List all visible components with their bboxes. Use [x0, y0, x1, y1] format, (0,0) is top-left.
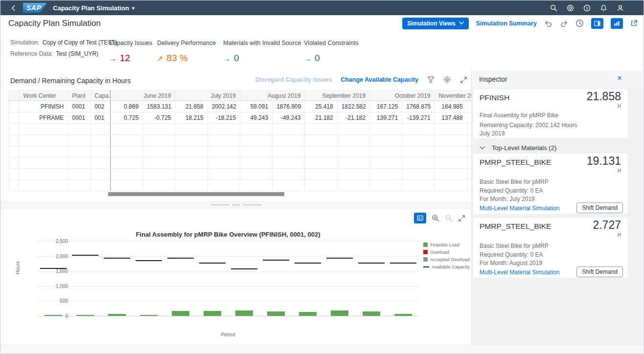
simulation-label: Simulation:	[10, 39, 39, 46]
capacity-table-wrap: Work CenterPlantCapa...June 2019July 201…	[8, 90, 472, 191]
simulation-summary-link[interactable]: Simulation Summary	[476, 20, 537, 27]
value-cell: 25.418	[305, 101, 337, 112]
empty-cell	[337, 135, 369, 146]
search-icon[interactable]	[550, 4, 557, 12]
table-row[interactable]: PFINISH00010020.8691583.13121.8582002.14…	[9, 101, 472, 112]
bar-feasible-load[interactable]	[140, 315, 158, 316]
column-header-capacity[interactable]: Capa...	[91, 90, 111, 101]
value-cell: -137.4	[467, 112, 472, 124]
period-line: July 2019	[480, 130, 505, 137]
empty-cell	[9, 169, 19, 180]
column-header-month[interactable]: November 20	[435, 90, 472, 101]
redo-icon[interactable]	[560, 20, 568, 27]
inspector-work-center-card[interactable]: PFINISH21.858HFinal Assembly for pMRP Bi…	[473, 88, 628, 139]
bar-feasible-load[interactable]	[172, 311, 189, 316]
column-header-month[interactable]: September 2019	[305, 90, 370, 101]
kpi-invalid-source[interactable]: Materials with Invalid Source →0	[223, 40, 301, 64]
bar-feasible-load[interactable]	[76, 315, 94, 316]
shift-demand-button[interactable]: Shift Demand	[576, 202, 623, 213]
notifications-icon[interactable]	[600, 4, 607, 12]
bar-feasible-load[interactable]	[331, 310, 348, 316]
legend-item[interactable]: Overload	[423, 249, 470, 255]
column-header-month[interactable]: August 2019	[240, 90, 305, 101]
settings-icon[interactable]	[443, 76, 451, 84]
empty-cell	[467, 157, 472, 169]
chart-plot-area[interactable]: 05001,0001,5002,0002,500June 2019July 20…	[37, 241, 419, 316]
legend-item[interactable]: Accepted Overload	[423, 257, 470, 262]
empty-cell	[240, 135, 272, 146]
chart-toggle-icon[interactable]	[611, 18, 623, 29]
available-capacity-marker	[40, 268, 67, 269]
back-icon[interactable]	[10, 5, 17, 11]
splitter-handle[interactable]: ••••	[0, 201, 472, 208]
value-cell: -139.271	[402, 112, 435, 124]
empty-table-row	[9, 169, 472, 180]
inspector-material-card[interactable]: PMRP_STEEL_BIKE2.727HBasic Steel Bike fo…	[473, 217, 628, 278]
disregard-capacity-issues-button: Disregard Capacity Issues	[255, 76, 332, 83]
trend-right-icon: →	[223, 54, 230, 63]
shift-demand-button[interactable]: Shift Demand	[576, 266, 623, 277]
copilot-icon[interactable]	[567, 4, 574, 12]
inspector-material-card[interactable]: PMRP_STEEL_BIKE19.131HBasic Steel Bike f…	[473, 153, 628, 214]
panel-toggle-icon[interactable]	[591, 18, 603, 29]
help-icon[interactable]: ?	[583, 4, 591, 12]
row-selector-cell[interactable]	[9, 112, 19, 124]
expand-icon[interactable]	[458, 215, 465, 222]
kpi-label: Delivery Performance	[157, 40, 216, 46]
undo-icon[interactable]	[544, 20, 552, 27]
open-in-new-icon[interactable]	[630, 20, 638, 27]
filter-icon[interactable]	[427, 76, 435, 83]
kpi-delivery-performance[interactable]: Delivery Performance ↗83 %	[157, 40, 216, 64]
bar-feasible-load[interactable]	[45, 315, 62, 316]
kpi-capacity-issues[interactable]: Capacity Issues →12	[109, 40, 152, 64]
kpi-number: 0	[315, 53, 320, 64]
column-header-month[interactable]: June 2019	[110, 90, 175, 101]
empty-cell	[273, 169, 305, 180]
expand-icon[interactable]	[460, 76, 467, 84]
bar-feasible-load[interactable]	[299, 312, 317, 316]
app-title-menu[interactable]: Capacity Plan Simulation ▾	[53, 4, 134, 12]
empty-cell	[467, 169, 472, 180]
chevron-down-icon[interactable]	[480, 146, 485, 150]
column-header-work-center[interactable]: Work Center	[19, 90, 68, 101]
column-header-plant[interactable]: Plant	[68, 90, 91, 101]
column-header-month[interactable]: October 2019	[369, 90, 435, 101]
card-unit: H	[618, 104, 621, 109]
simulation-views-button[interactable]: Simulation Views	[402, 18, 468, 29]
empty-cell	[175, 180, 207, 191]
trend-right-icon: →	[304, 54, 311, 63]
value-cell: 0.725	[110, 112, 142, 124]
column-header-month[interactable]: July 2019	[175, 90, 240, 101]
horizontal-scrollbar[interactable]	[8, 192, 472, 196]
card-title: PMRP_STEEL_BIKE	[480, 158, 551, 167]
change-available-capacity-button[interactable]: Change Available Capacity	[341, 76, 418, 83]
row-selector-header[interactable]	[9, 90, 19, 101]
section-label: Top-Level Materials (2)	[492, 144, 556, 152]
empty-cell	[402, 135, 435, 146]
empty-cell	[68, 135, 91, 146]
bar-feasible-load[interactable]	[235, 310, 253, 316]
history-icon[interactable]	[575, 19, 584, 27]
value-cell: 139.271	[369, 112, 402, 124]
legend-item[interactable]: Available Capacity	[423, 264, 470, 269]
legend-item[interactable]: Feasible Load	[423, 242, 470, 247]
bar-feasible-load[interactable]	[204, 311, 221, 316]
bar-feasible-load[interactable]	[108, 314, 126, 316]
bar-feasible-load[interactable]	[267, 311, 285, 316]
legend-icon[interactable]	[414, 213, 426, 223]
multi-level-material-simulation-link[interactable]: Multi-Level Material Simulation	[480, 205, 559, 212]
table-row[interactable]: PFRAME00010010.725-0.72518.215-18.21549.…	[9, 112, 472, 124]
scrollbar-thumb[interactable]	[108, 192, 284, 196]
empty-cell	[337, 124, 369, 135]
top-level-materials-section[interactable]: Top-Level Materials (2)	[472, 142, 644, 154]
value-cell: 21.182	[305, 112, 337, 124]
zoom-in-icon[interactable]	[432, 214, 439, 222]
empty-cell	[91, 169, 111, 180]
row-selector-cell[interactable]	[9, 101, 19, 112]
close-icon[interactable]: ×	[617, 74, 622, 82]
profile-icon[interactable]	[617, 4, 624, 12]
bar-feasible-load[interactable]	[394, 314, 412, 316]
multi-level-material-simulation-link[interactable]: Multi-Level Material Simulation	[480, 269, 559, 276]
kpi-violated-constraints[interactable]: Violated Constraints →0	[304, 40, 359, 64]
bar-feasible-load[interactable]	[363, 311, 380, 316]
